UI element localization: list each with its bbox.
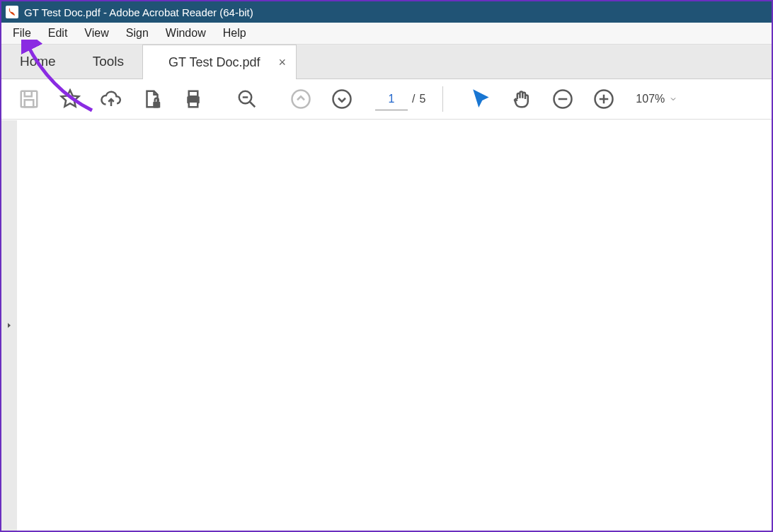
find-button[interactable] (227, 79, 268, 119)
save-icon (18, 88, 40, 110)
app-window: GT Test Doc.pdf - Adobe Acrobat Reader (… (0, 0, 773, 532)
menu-sign[interactable]: Sign (118, 24, 157, 42)
toolbar-separator (442, 86, 443, 112)
star-button[interactable] (50, 79, 91, 119)
cursor-icon (470, 88, 491, 110)
window-title: GT Test Doc.pdf - Adobe Acrobat Reader (… (24, 6, 253, 18)
svg-rect-4 (189, 91, 198, 97)
minus-circle-icon (552, 88, 573, 110)
zoom-out-button[interactable] (542, 79, 583, 119)
save-button[interactable] (8, 79, 50, 119)
tab-strip: Home Tools GT Test Doc.pdf × (1, 45, 772, 79)
file-lock-icon (142, 88, 163, 110)
svg-point-10 (333, 91, 351, 108)
chevron-right-icon (5, 321, 13, 330)
print-button[interactable] (173, 79, 214, 119)
tab-tools[interactable]: Tools (74, 45, 142, 79)
document-view[interactable] (17, 120, 772, 531)
tab-home[interactable]: Home (1, 45, 74, 79)
page-number-input[interactable] (375, 88, 408, 110)
svg-line-7 (250, 102, 256, 108)
page-total: 5 (419, 93, 425, 105)
svg-rect-5 (189, 102, 198, 108)
select-tool-button[interactable] (460, 79, 501, 119)
zoom-in-button[interactable] (583, 79, 624, 119)
arrow-up-circle-icon (290, 88, 311, 110)
hand-tool-button[interactable] (501, 79, 542, 119)
acrobat-app-icon (6, 6, 18, 18)
tab-document-label: GT Test Doc.pdf (168, 55, 260, 70)
star-icon (59, 88, 81, 110)
menu-help[interactable]: Help (214, 24, 255, 42)
tab-document[interactable]: GT Test Doc.pdf × (142, 45, 297, 79)
toolbar: / 5 107% (1, 79, 772, 120)
svg-point-9 (292, 91, 310, 108)
svg-rect-1 (25, 100, 34, 107)
content-area (1, 120, 772, 531)
hand-icon (511, 88, 532, 110)
page-separator: / (412, 93, 415, 105)
nav-pane-toggle[interactable] (1, 120, 17, 531)
menu-view[interactable]: View (76, 24, 117, 42)
menu-bar: File Edit View Sign Window Help (1, 23, 772, 45)
arrow-down-circle-icon (331, 88, 353, 110)
svg-rect-2 (153, 102, 160, 108)
prev-page-button[interactable] (280, 79, 321, 119)
zoom-value: 107% (636, 93, 665, 105)
next-page-button[interactable] (321, 79, 362, 119)
file-lock-button[interactable] (132, 79, 173, 119)
tab-close-button[interactable]: × (278, 56, 286, 69)
plus-circle-icon (593, 88, 614, 110)
menu-file[interactable]: File (4, 24, 40, 42)
print-icon (183, 88, 204, 110)
cloud-upload-icon (101, 88, 122, 110)
menu-window[interactable]: Window (157, 24, 214, 42)
cloud-upload-button[interactable] (91, 79, 132, 119)
zoom-dropdown[interactable]: 107% (627, 93, 677, 105)
chevron-down-icon (669, 95, 677, 103)
title-bar: GT Test Doc.pdf - Adobe Acrobat Reader (… (1, 1, 772, 23)
search-icon (236, 88, 258, 110)
menu-edit[interactable]: Edit (40, 24, 76, 42)
